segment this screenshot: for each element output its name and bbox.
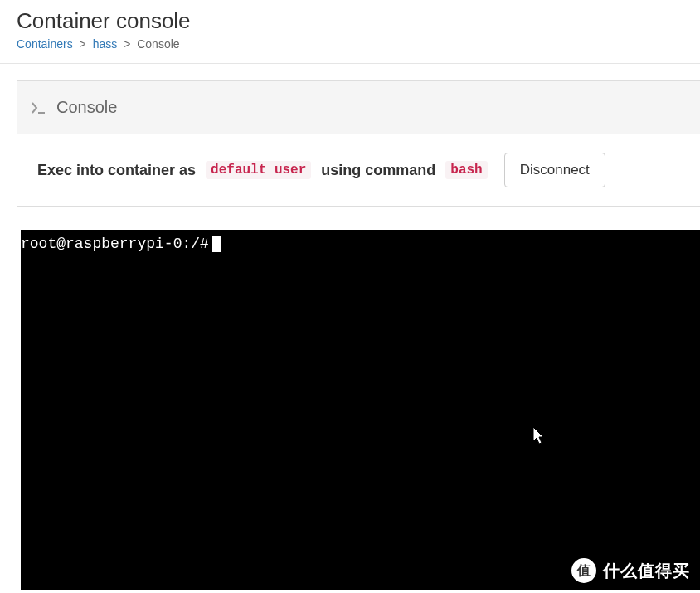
watermark-icon: 值 bbox=[571, 558, 596, 583]
console-panel: Console Exec into container as default u… bbox=[17, 80, 700, 207]
exec-user-badge: default user bbox=[206, 161, 311, 179]
exec-middle-text: using command bbox=[321, 162, 435, 179]
content-area: Console Exec into container as default u… bbox=[0, 80, 700, 590]
terminal-cursor bbox=[212, 236, 221, 252]
breadcrumb-current: Console bbox=[137, 37, 179, 51]
breadcrumb-containers[interactable]: Containers bbox=[17, 37, 73, 51]
terminal-output[interactable]: root@raspberrypi-0:/# bbox=[21, 230, 700, 590]
panel-title: Console bbox=[56, 98, 117, 117]
terminal-prompt: root@raspberrypi-0:/# bbox=[21, 236, 209, 252]
exec-command-badge: bash bbox=[445, 161, 487, 179]
panel-body: Exec into container as default user usin… bbox=[17, 134, 700, 206]
terminal-icon bbox=[32, 102, 46, 114]
breadcrumb-hass[interactable]: hass bbox=[93, 37, 118, 51]
terminal-prompt-line: root@raspberrypi-0:/# bbox=[21, 235, 700, 254]
watermark-text: 什么值得买 bbox=[603, 560, 690, 582]
exec-prefix-text: Exec into container as bbox=[37, 162, 196, 179]
breadcrumb-separator: > bbox=[120, 37, 134, 51]
watermark: 值 什么值得买 bbox=[571, 558, 690, 583]
page-header: Container console Containers > hass > Co… bbox=[0, 0, 700, 64]
panel-header: Console bbox=[17, 81, 700, 134]
page-title: Container console bbox=[17, 8, 683, 34]
breadcrumb: Containers > hass > Console bbox=[17, 37, 683, 51]
disconnect-button[interactable]: Disconnect bbox=[504, 153, 605, 187]
breadcrumb-separator: > bbox=[76, 37, 90, 51]
